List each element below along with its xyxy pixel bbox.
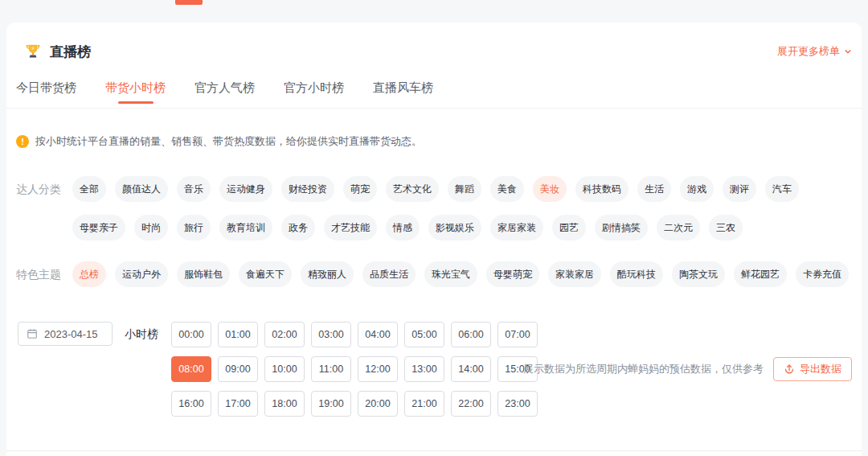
hour-button[interactable]: 12:00 <box>358 356 398 382</box>
theme-chip[interactable]: 运动户外 <box>115 261 168 287</box>
category-chip[interactable]: 剧情搞笑 <box>595 215 648 240</box>
category-chip[interactable]: 萌宠 <box>343 176 377 202</box>
theme-chip[interactable]: 陶茶文玩 <box>672 261 725 287</box>
theme-chip[interactable]: 酷玩科技 <box>610 261 663 287</box>
theme-filter-label: 特色主题 <box>16 261 61 287</box>
category-chip[interactable]: 艺术文化 <box>386 176 439 202</box>
category-chip[interactable]: 园艺 <box>552 215 586 240</box>
category-chip[interactable]: 颜值达人 <box>115 176 168 202</box>
category-chip[interactable]: 三农 <box>709 215 743 240</box>
hour-button[interactable]: 20:00 <box>358 391 398 417</box>
hour-button-selected[interactable]: 08:00 <box>171 356 211 382</box>
hour-grid: 00:00 01:00 02:00 03:00 04:00 05:00 06:0… <box>171 322 538 417</box>
hour-button[interactable]: 10:00 <box>264 356 305 382</box>
expand-more-label: 展开更多榜单 <box>777 44 840 59</box>
notice-bar: ! 按小时统计平台直播的销量、销售额、带货热度数据，给你提供实时直播带货动态。 <box>16 134 862 149</box>
category-chip[interactable]: 音乐 <box>177 176 211 202</box>
ranking-tabs: 今日带货榜 带货小时榜 官方人气榜 官方小时榜 直播风车榜 <box>6 80 862 109</box>
theme-chips: 总榜 运动户外 服饰鞋包 食遍天下 精致丽人 品质生活 珠光宝气 母婴萌宠 家装… <box>72 261 849 287</box>
hour-button[interactable]: 09:00 <box>218 356 258 382</box>
hour-button[interactable]: 02:00 <box>264 322 305 347</box>
hour-button[interactable]: 06:00 <box>451 322 491 347</box>
category-chip[interactable]: 生活 <box>637 176 671 202</box>
category-chip[interactable]: 家居家装 <box>490 215 543 240</box>
hour-button[interactable]: 01:00 <box>218 322 258 347</box>
creator-category-chips: 全部 颜值达人 音乐 运动健身 财经投资 萌宠 艺术文化 舞蹈 美食 美妆 科技… <box>72 176 799 240</box>
export-block: 展示数据为所选周期内蝉妈妈的预估数据，仅供参考 导出数据 <box>523 357 852 381</box>
theme-chip[interactable]: 珠光宝气 <box>424 261 477 287</box>
date-value: 2023-04-15 <box>44 328 98 340</box>
notice-text: 按小时统计平台直播的销量、销售额、带货热度数据，给你提供实时直播带货动态。 <box>35 134 422 149</box>
theme-chip[interactable]: 母婴萌宠 <box>486 261 539 287</box>
category-chip[interactable]: 运动健身 <box>219 176 272 202</box>
category-chip[interactable]: 二次元 <box>657 215 700 240</box>
hour-button[interactable]: 21:00 <box>404 391 444 417</box>
category-chip[interactable]: 时尚 <box>134 215 168 240</box>
theme-chip[interactable]: 家装家居 <box>548 261 601 287</box>
creator-category-chips-row2: 母婴亲子 时尚 旅行 教育培训 政务 才艺技能 情感 影视娱乐 家居家装 园艺 … <box>72 215 799 240</box>
bottom-divider <box>6 450 862 451</box>
category-chip[interactable]: 影视娱乐 <box>428 215 481 240</box>
category-chip[interactable]: 教育培训 <box>219 215 272 240</box>
hour-button[interactable]: 16:00 <box>171 391 211 417</box>
hour-button[interactable]: 04:00 <box>358 322 398 347</box>
theme-chip[interactable]: 服饰鞋包 <box>177 261 230 287</box>
category-chip[interactable]: 情感 <box>386 215 420 240</box>
tab-live-windmill[interactable]: 直播风车榜 <box>368 80 438 108</box>
live-ranking-card: 直播榜 展开更多榜单 今日带货榜 带货小时榜 官方人气榜 官方小时榜 直播风车榜… <box>6 23 862 456</box>
category-chip[interactable]: 财经投资 <box>281 176 334 202</box>
hour-button[interactable]: 18:00 <box>264 391 305 417</box>
export-data-button[interactable]: 导出数据 <box>773 357 852 381</box>
theme-chip[interactable]: 食遍天下 <box>239 261 292 287</box>
category-chip[interactable]: 旅行 <box>177 215 211 240</box>
hour-button[interactable]: 07:00 <box>497 322 538 347</box>
hour-button[interactable]: 13:00 <box>404 356 444 382</box>
hour-button[interactable]: 11:00 <box>311 356 351 382</box>
hour-button[interactable]: 22:00 <box>451 391 491 417</box>
calendar-icon <box>27 328 38 339</box>
chevron-down-icon <box>844 47 852 55</box>
category-chip[interactable]: 母婴亲子 <box>72 215 125 240</box>
category-chip[interactable]: 汽车 <box>765 176 799 202</box>
exclamation-circle-icon: ! <box>16 135 29 148</box>
theme-chip[interactable]: 卡券充值 <box>796 261 849 287</box>
trophy-icon <box>24 43 42 60</box>
category-chip[interactable]: 美食 <box>490 176 524 202</box>
theme-chip[interactable]: 鲜花园艺 <box>734 261 787 287</box>
creator-category-filter: 达人分类 全部 颜值达人 音乐 运动健身 财经投资 萌宠 艺术文化 舞蹈 美食 … <box>6 176 862 240</box>
hour-button[interactable]: 00:00 <box>171 322 211 347</box>
tab-official-popularity[interactable]: 官方人气榜 <box>190 80 260 108</box>
category-chip[interactable]: 科技数码 <box>575 176 628 202</box>
category-chip[interactable]: 全部 <box>72 176 106 202</box>
hour-button[interactable]: 14:00 <box>451 356 491 382</box>
creator-category-label: 达人分类 <box>16 176 61 240</box>
theme-chip-selected[interactable]: 总榜 <box>72 261 106 287</box>
theme-chips-row: 总榜 运动户外 服饰鞋包 食遍天下 精致丽人 品质生活 珠光宝气 母婴萌宠 家装… <box>72 261 849 287</box>
theme-chip[interactable]: 品质生活 <box>362 261 416 287</box>
hour-section: 2023-04-15 小时榜 00:00 01:00 02:00 03:00 0… <box>6 322 862 417</box>
hour-button[interactable]: 03:00 <box>311 322 351 347</box>
category-chip[interactable]: 游戏 <box>680 176 714 202</box>
tab-official-hourly[interactable]: 官方小时榜 <box>279 80 349 108</box>
expand-more-link[interactable]: 展开更多榜单 <box>777 44 852 59</box>
hour-button[interactable]: 19:00 <box>311 391 351 417</box>
date-picker[interactable]: 2023-04-15 <box>18 322 113 346</box>
theme-chip[interactable]: 精致丽人 <box>301 261 354 287</box>
hour-button[interactable]: 05:00 <box>404 322 444 347</box>
tab-today-sales[interactable]: 今日带货榜 <box>11 80 81 108</box>
active-tab-indicator-fragment <box>175 0 203 5</box>
page-title: 直播榜 <box>50 43 91 61</box>
category-chip[interactable]: 舞蹈 <box>448 176 481 202</box>
theme-filter: 特色主题 总榜 运动户外 服饰鞋包 食遍天下 精致丽人 品质生活 珠光宝气 母婴… <box>6 261 862 287</box>
category-chip[interactable]: 才艺技能 <box>324 215 377 240</box>
export-arrow-icon <box>784 364 795 375</box>
category-chip[interactable]: 政务 <box>281 215 315 240</box>
hour-button[interactable]: 23:00 <box>497 391 538 417</box>
data-disclaimer: 展示数据为所选周期内蝉妈妈的预估数据，仅供参考 <box>523 362 764 376</box>
category-chip[interactable]: 测评 <box>723 176 756 202</box>
tab-hourly-sales[interactable]: 带货小时榜 <box>100 80 170 108</box>
export-data-label: 导出数据 <box>800 362 841 376</box>
category-chip-selected[interactable]: 美妆 <box>533 176 567 202</box>
hour-button[interactable]: 17:00 <box>218 391 258 417</box>
hourly-rank-label: 小时榜 <box>125 327 158 342</box>
